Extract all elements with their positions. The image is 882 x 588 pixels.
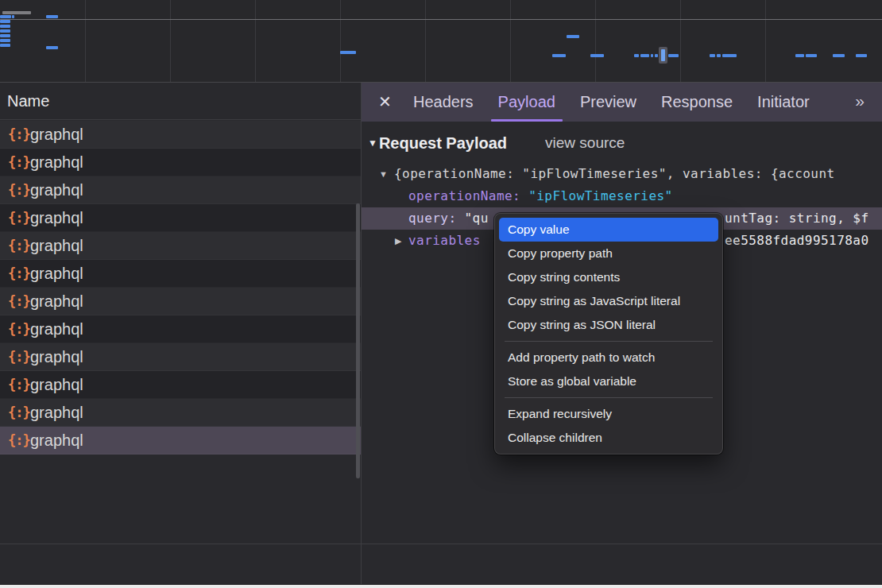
overview-request-bar bbox=[856, 54, 867, 57]
view-source-link[interactable]: view source bbox=[545, 134, 625, 152]
fetch-xhr-icon: {:} bbox=[8, 349, 30, 365]
context-menu: Copy valueCopy property pathCopy string … bbox=[494, 213, 723, 455]
overview-request-bar bbox=[0, 44, 10, 47]
request-row[interactable]: {:}graphql bbox=[0, 288, 361, 315]
overview-request-bar bbox=[46, 46, 58, 49]
fetch-xhr-icon: {:} bbox=[8, 265, 30, 281]
overview-selected-marker bbox=[661, 49, 665, 61]
expand-triangle-icon[interactable]: ▶ bbox=[395, 230, 401, 252]
request-name: graphql bbox=[30, 265, 83, 283]
scrollbar-thumb[interactable] bbox=[356, 203, 360, 478]
overview-request-bar bbox=[722, 54, 737, 57]
payload-property-operation-name[interactable]: operationName:"ipFlowTimeseries" bbox=[362, 185, 882, 207]
column-header-name[interactable]: Name bbox=[0, 83, 361, 120]
overview-pending-bar bbox=[2, 11, 31, 14]
menu-item-copy-string-as-json-literal[interactable]: Copy string as JSON literal bbox=[495, 313, 722, 337]
request-name: graphql bbox=[30, 320, 83, 338]
tab-payload[interactable]: Payload bbox=[498, 83, 555, 122]
request-name: graphql bbox=[30, 126, 83, 144]
overview-divider-line bbox=[0, 19, 882, 20]
overview-request-bar bbox=[0, 15, 11, 18]
request-row[interactable]: {:}graphql bbox=[0, 204, 361, 232]
request-row[interactable]: {:}graphql bbox=[0, 399, 361, 427]
overview-request-bar bbox=[640, 54, 649, 57]
menu-item-copy-property-path[interactable]: Copy property path bbox=[495, 242, 722, 265]
overview-request-bar bbox=[0, 34, 10, 37]
overview-gridline bbox=[765, 0, 766, 83]
fetch-xhr-icon: {:} bbox=[8, 321, 30, 337]
fetch-xhr-icon: {:} bbox=[8, 404, 30, 420]
overview-gridline bbox=[340, 0, 341, 83]
overview-request-bar bbox=[655, 54, 658, 57]
overview-request-bar bbox=[0, 39, 10, 42]
overview-gridline bbox=[595, 0, 596, 83]
menu-item-collapse-children[interactable]: Collapse children bbox=[495, 426, 722, 450]
request-payload-title: Request Payload bbox=[379, 134, 507, 153]
requests-list-panel: Name {:}graphql{:}graphql{:}graphql{:}gr… bbox=[0, 83, 362, 584]
request-row[interactable]: {:}graphql bbox=[0, 315, 361, 343]
tab-label: Headers bbox=[413, 93, 474, 111]
overview-request-bar bbox=[340, 51, 356, 54]
fetch-xhr-icon: {:} bbox=[8, 210, 30, 226]
tab-preview[interactable]: Preview bbox=[580, 83, 636, 122]
overview-gridline bbox=[680, 0, 681, 83]
tab-label: Payload bbox=[498, 93, 555, 111]
menu-item-store-as-global-variable[interactable]: Store as global variable bbox=[495, 369, 722, 393]
property-value: "ipFlowTimeseries" bbox=[528, 188, 673, 203]
overview-gridline bbox=[255, 0, 256, 83]
network-overview-waterfall[interactable] bbox=[0, 0, 882, 83]
request-row[interactable]: {:}graphql bbox=[0, 149, 361, 176]
tab-label: Initiator bbox=[757, 93, 810, 111]
tab-initiator[interactable]: Initiator bbox=[757, 83, 810, 122]
overview-gridline bbox=[425, 0, 426, 83]
request-row[interactable]: {:}graphql bbox=[0, 176, 361, 204]
tab-label: Response bbox=[661, 93, 733, 111]
overview-request-bar bbox=[0, 25, 10, 28]
column-header-label: Name bbox=[7, 92, 49, 110]
menu-item-add-property-path-to-watch[interactable]: Add property path to watch bbox=[495, 346, 722, 369]
menu-separator bbox=[505, 341, 713, 342]
request-name: graphql bbox=[30, 292, 83, 311]
request-payload-header: ▼ Request Payload view source bbox=[362, 130, 625, 157]
payload-root-preview: {operationName: "ipFlowTimeseries", vari… bbox=[394, 163, 835, 185]
request-name: graphql bbox=[30, 404, 83, 422]
request-row[interactable]: {:}graphql bbox=[0, 232, 361, 260]
menu-separator bbox=[505, 397, 713, 398]
overview-request-bar bbox=[12, 15, 14, 18]
overview-request-bar bbox=[567, 35, 579, 38]
collapse-triangle-icon[interactable]: ▼ bbox=[368, 137, 377, 149]
fetch-xhr-icon: {:} bbox=[8, 154, 30, 170]
close-icon[interactable]: ✕ bbox=[378, 92, 392, 111]
details-tabbar: ✕ HeadersPayloadPreviewResponseInitiator… bbox=[362, 83, 882, 122]
menu-item-copy-value[interactable]: Copy value bbox=[499, 218, 718, 242]
request-name: graphql bbox=[30, 209, 83, 227]
overview-request-bar bbox=[0, 20, 10, 23]
request-row[interactable]: {:}graphql bbox=[0, 427, 361, 455]
fetch-xhr-icon: {:} bbox=[8, 432, 30, 448]
summary-bar-divider bbox=[0, 544, 882, 544]
request-name: graphql bbox=[30, 348, 83, 366]
request-row[interactable]: {:}graphql bbox=[0, 121, 361, 149]
request-name: graphql bbox=[30, 431, 83, 450]
property-value-fragment-left: "qu bbox=[465, 211, 489, 226]
menu-item-copy-string-as-javascript-literal[interactable]: Copy string as JavaScript literal bbox=[495, 289, 722, 313]
tab-headers[interactable]: Headers bbox=[413, 83, 474, 122]
menu-item-copy-string-contents[interactable]: Copy string contents bbox=[495, 265, 722, 289]
fetch-xhr-icon: {:} bbox=[8, 238, 30, 253]
request-row[interactable]: {:}graphql bbox=[0, 371, 361, 399]
tab-response[interactable]: Response bbox=[661, 83, 733, 122]
request-row[interactable]: {:}graphql bbox=[0, 343, 361, 371]
overview-request-bar bbox=[806, 54, 817, 57]
request-row[interactable]: {:}graphql bbox=[0, 260, 361, 288]
overview-gridline bbox=[170, 0, 171, 83]
fetch-xhr-icon: {:} bbox=[8, 377, 30, 393]
payload-root-row[interactable]: ▼ {operationName: "ipFlowTimeseries", va… bbox=[362, 163, 882, 185]
menu-item-expand-recursively[interactable]: Expand recursively bbox=[495, 402, 722, 426]
collapse-triangle-icon[interactable]: ▼ bbox=[379, 163, 388, 185]
page-edge bbox=[0, 584, 882, 588]
request-name: graphql bbox=[30, 237, 83, 255]
overview-request-bar bbox=[46, 15, 58, 18]
request-name: graphql bbox=[30, 153, 83, 172]
request-name: graphql bbox=[30, 376, 83, 394]
more-tabs-icon[interactable]: » bbox=[855, 91, 865, 110]
